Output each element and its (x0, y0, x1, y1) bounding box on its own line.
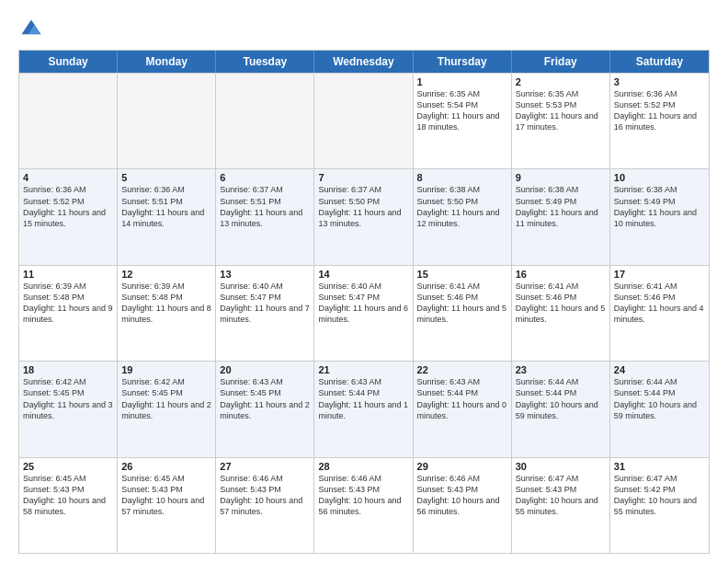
logo (18, 17, 48, 42)
day-number: 25 (23, 461, 113, 472)
cell-info-line: Sunset: 5:48 PM (23, 292, 113, 303)
day-number: 18 (23, 364, 113, 375)
day-number: 17 (614, 269, 705, 280)
day-cell-8: 8Sunrise: 6:38 AMSunset: 5:50 PMDaylight… (414, 169, 512, 264)
cell-info-line: Sunset: 5:51 PM (220, 196, 310, 207)
day-cell-6: 6Sunrise: 6:37 AMSunset: 5:51 PMDaylight… (216, 169, 314, 264)
cell-info-line: Sunrise: 6:43 AM (417, 376, 507, 387)
cell-info-line: Sunset: 5:45 PM (23, 387, 113, 398)
cell-info-line: Daylight: 11 hours and 14 minutes. (121, 207, 211, 229)
day-cell-9: 9Sunrise: 6:38 AMSunset: 5:49 PMDaylight… (512, 169, 610, 264)
cell-info-line: Sunrise: 6:44 AM (516, 376, 606, 387)
day-number: 14 (318, 269, 408, 280)
cell-info-line: Daylight: 11 hours and 2 minutes. (121, 399, 211, 421)
day-cell-17: 17Sunrise: 6:41 AMSunset: 5:46 PMDayligh… (610, 266, 709, 361)
cell-info-line: Sunset: 5:47 PM (318, 292, 408, 303)
cell-info-line: Sunrise: 6:44 AM (614, 376, 705, 387)
day-cell-14: 14Sunrise: 6:40 AMSunset: 5:47 PMDayligh… (314, 266, 413, 361)
cell-info-line: Sunset: 5:50 PM (318, 196, 408, 207)
cell-info-line: Daylight: 10 hours and 55 minutes. (614, 495, 705, 517)
cell-info-line: Sunset: 5:43 PM (23, 484, 113, 495)
cell-info-line: Daylight: 11 hours and 3 minutes. (23, 399, 113, 421)
cell-info-line: Daylight: 11 hours and 1 minute. (318, 399, 408, 421)
day-cell-5: 5Sunrise: 6:36 AMSunset: 5:51 PMDaylight… (118, 169, 216, 264)
header-day-tuesday: Tuesday (216, 51, 314, 73)
cell-info-line: Sunrise: 6:42 AM (23, 376, 113, 387)
cell-info-line: Sunset: 5:46 PM (417, 292, 507, 303)
cell-info-line: Sunset: 5:52 PM (23, 196, 113, 207)
cell-info-line: Sunset: 5:43 PM (516, 484, 606, 495)
cell-info-line: Sunrise: 6:41 AM (417, 281, 507, 292)
logo-icon (18, 17, 44, 42)
cell-info-line: Daylight: 10 hours and 55 minutes. (516, 495, 606, 517)
cell-info-line: Sunset: 5:44 PM (614, 387, 705, 398)
cell-info-line: Sunrise: 6:38 AM (516, 184, 606, 195)
cell-info-line: Daylight: 11 hours and 13 minutes. (220, 207, 310, 229)
cell-info-line: Daylight: 11 hours and 18 minutes. (417, 110, 507, 132)
cell-info-line: Sunset: 5:45 PM (121, 387, 211, 398)
calendar: SundayMondayTuesdayWednesdayThursdayFrid… (18, 50, 710, 554)
cell-info-line: Sunrise: 6:43 AM (318, 376, 408, 387)
cell-info-line: Daylight: 11 hours and 15 minutes. (23, 207, 113, 229)
cell-info-line: Daylight: 11 hours and 11 minutes. (516, 207, 606, 229)
day-cell-22: 22Sunrise: 6:43 AMSunset: 5:44 PMDayligh… (414, 362, 512, 456)
cell-info-line: Daylight: 11 hours and 9 minutes. (23, 303, 113, 325)
day-number: 23 (516, 364, 606, 375)
cell-info-line: Sunset: 5:48 PM (121, 292, 211, 303)
cell-info-line: Sunset: 5:44 PM (417, 387, 507, 398)
cell-info-line: Sunrise: 6:38 AM (417, 184, 507, 195)
cell-info-line: Sunrise: 6:47 AM (614, 473, 705, 484)
calendar-row-4: 18Sunrise: 6:42 AMSunset: 5:45 PMDayligh… (19, 361, 709, 456)
calendar-row-5: 25Sunrise: 6:45 AMSunset: 5:43 PMDayligh… (19, 457, 709, 553)
cell-info-line: Sunrise: 6:42 AM (121, 376, 211, 387)
cell-info-line: Sunset: 5:43 PM (318, 484, 408, 495)
cell-info-line: Sunrise: 6:45 AM (121, 473, 211, 484)
calendar-header-row: SundayMondayTuesdayWednesdayThursdayFrid… (19, 51, 709, 73)
day-cell-16: 16Sunrise: 6:41 AMSunset: 5:46 PMDayligh… (512, 266, 610, 361)
day-cell-21: 21Sunrise: 6:43 AMSunset: 5:44 PMDayligh… (314, 362, 413, 456)
day-number: 4 (23, 172, 113, 183)
calendar-row-2: 4Sunrise: 6:36 AMSunset: 5:52 PMDaylight… (19, 168, 709, 264)
header-day-friday: Friday (512, 51, 610, 73)
cell-info-line: Sunset: 5:49 PM (516, 196, 606, 207)
day-number: 19 (121, 364, 211, 375)
day-number: 8 (417, 172, 507, 183)
cell-info-line: Sunset: 5:43 PM (220, 484, 310, 495)
cell-info-line: Daylight: 11 hours and 5 minutes. (417, 303, 507, 325)
cell-info-line: Sunrise: 6:46 AM (417, 473, 507, 484)
day-cell-26: 26Sunrise: 6:45 AMSunset: 5:43 PMDayligh… (118, 458, 216, 553)
day-cell-7: 7Sunrise: 6:37 AMSunset: 5:50 PMDaylight… (314, 169, 413, 264)
day-number: 31 (614, 461, 705, 472)
cell-info-line: Daylight: 10 hours and 57 minutes. (121, 495, 211, 517)
cell-info-line: Sunrise: 6:46 AM (220, 473, 310, 484)
cell-info-line: Daylight: 11 hours and 5 minutes. (516, 303, 606, 325)
day-number: 5 (121, 172, 211, 183)
cell-info-line: Daylight: 11 hours and 6 minutes. (318, 303, 408, 325)
day-number: 11 (23, 269, 113, 280)
cell-info-line: Sunrise: 6:37 AM (318, 184, 408, 195)
day-number: 6 (220, 172, 310, 183)
cell-info-line: Sunset: 5:47 PM (220, 292, 310, 303)
day-number: 2 (516, 76, 606, 87)
day-cell-15: 15Sunrise: 6:41 AMSunset: 5:46 PMDayligh… (414, 266, 512, 361)
day-number: 29 (417, 461, 507, 472)
cell-info-line: Sunrise: 6:35 AM (417, 88, 507, 99)
day-number: 9 (516, 172, 606, 183)
cell-info-line: Sunrise: 6:47 AM (516, 473, 606, 484)
cell-info-line: Sunrise: 6:43 AM (220, 376, 310, 387)
cell-info-line: Sunset: 5:50 PM (417, 196, 507, 207)
calendar-body: 1Sunrise: 6:35 AMSunset: 5:54 PMDaylight… (19, 73, 709, 553)
cell-info-line: Sunrise: 6:37 AM (220, 184, 310, 195)
cell-info-line: Sunset: 5:52 PM (614, 99, 705, 110)
cell-info-line: Daylight: 11 hours and 2 minutes. (220, 399, 310, 421)
day-cell-2: 2Sunrise: 6:35 AMSunset: 5:53 PMDaylight… (512, 74, 610, 168)
cell-info-line: Sunrise: 6:38 AM (614, 184, 705, 195)
day-cell-20: 20Sunrise: 6:43 AMSunset: 5:45 PMDayligh… (216, 362, 314, 456)
empty-cell (19, 74, 118, 168)
cell-info-line: Sunset: 5:43 PM (121, 484, 211, 495)
cell-info-line: Daylight: 11 hours and 10 minutes. (614, 207, 705, 229)
day-cell-12: 12Sunrise: 6:39 AMSunset: 5:48 PMDayligh… (118, 266, 216, 361)
day-cell-18: 18Sunrise: 6:42 AMSunset: 5:45 PMDayligh… (19, 362, 118, 456)
cell-info-line: Sunrise: 6:36 AM (121, 184, 211, 195)
day-cell-11: 11Sunrise: 6:39 AMSunset: 5:48 PMDayligh… (19, 266, 118, 361)
